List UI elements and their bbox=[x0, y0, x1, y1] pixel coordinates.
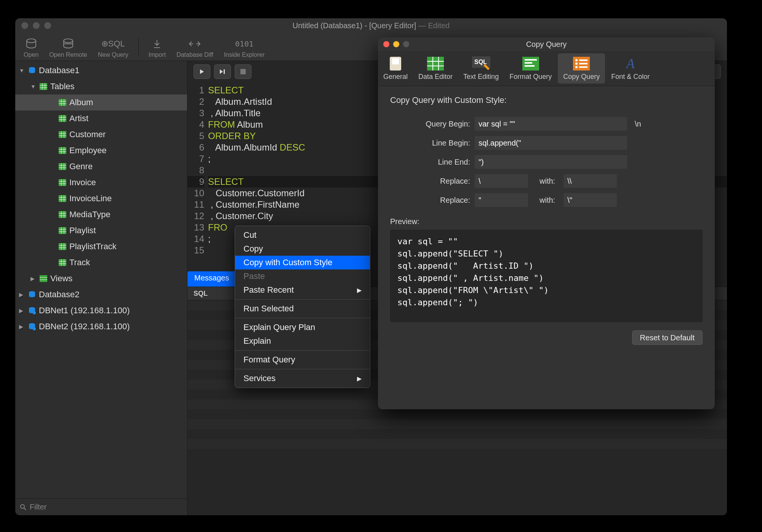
zoom-button[interactable] bbox=[44, 22, 51, 29]
label-line-begin: Line Begin: bbox=[390, 139, 470, 147]
ctx-explain-query-plan[interactable]: Explain Query Plan bbox=[235, 320, 370, 334]
tree-table-item[interactable]: Track bbox=[15, 255, 187, 271]
table-icon bbox=[58, 226, 67, 235]
minimize-button[interactable] bbox=[33, 22, 40, 29]
tree-table-item[interactable]: PlaylistTrack bbox=[15, 239, 187, 255]
tree-table-item[interactable]: InvoiceLine bbox=[15, 191, 187, 207]
label-replace-2: Replace: bbox=[390, 196, 470, 205]
prefs-tab-format-query[interactable]: Format Query bbox=[504, 51, 557, 86]
svg-point-92 bbox=[575, 62, 578, 65]
ctx-cut[interactable]: Cut bbox=[235, 228, 370, 242]
svg-rect-4 bbox=[40, 83, 47, 90]
tree-label: Employee bbox=[69, 146, 107, 155]
replace2-from-input[interactable] bbox=[475, 193, 528, 207]
tree-db-dbnet1[interactable]: ▶ DBNet1 (192.168.1.100) bbox=[15, 303, 187, 319]
table-icon bbox=[58, 162, 67, 171]
disclosure-triangle-icon[interactable]: ▶ bbox=[19, 324, 25, 330]
ctx-format-query[interactable]: Format Query bbox=[235, 353, 370, 367]
new-query-button[interactable]: ⊕SQL New Query bbox=[94, 35, 132, 60]
list-icon bbox=[572, 56, 591, 71]
run-button[interactable] bbox=[194, 64, 210, 79]
reset-to-default-button[interactable]: Reset to Default bbox=[632, 330, 703, 345]
close-button[interactable] bbox=[21, 22, 28, 29]
database-remote-icon bbox=[27, 322, 37, 331]
line-begin-input[interactable] bbox=[475, 136, 627, 150]
label-replace-1: Replace: bbox=[390, 177, 470, 186]
prefs-tab-general[interactable]: General bbox=[378, 51, 413, 86]
prefs-title: Copy Query bbox=[378, 40, 715, 49]
replace1-to-input[interactable] bbox=[563, 174, 617, 188]
run-step-button[interactable] bbox=[214, 64, 231, 79]
format-icon bbox=[522, 56, 540, 71]
svg-rect-54 bbox=[59, 243, 66, 250]
filter-box bbox=[15, 498, 187, 515]
font-icon: A bbox=[621, 56, 640, 71]
label-with-2: with: bbox=[539, 196, 555, 205]
svg-line-73 bbox=[24, 508, 26, 510]
ctx-run-selected[interactable]: Run Selected bbox=[235, 302, 370, 316]
table-icon bbox=[58, 194, 67, 203]
tree-table-item[interactable]: Customer bbox=[15, 127, 187, 143]
tree-table-item[interactable]: Employee bbox=[15, 143, 187, 159]
database-diff-button[interactable]: Database Diff bbox=[173, 35, 217, 60]
tree-label: DBNet1 (192.168.1.100) bbox=[39, 306, 130, 316]
tree-db-dbnet2[interactable]: ▶ DBNet2 (192.168.1.100) bbox=[15, 319, 187, 335]
disclosure-triangle-icon[interactable]: ▶ bbox=[19, 308, 25, 314]
window-title: Untitled (Database1) - [Query Editor] — … bbox=[15, 21, 727, 30]
ctx-copy-custom-style[interactable]: Copy with Custom Style bbox=[235, 256, 370, 269]
svg-point-71 bbox=[33, 327, 36, 330]
ctx-services[interactable]: Services▶ bbox=[235, 372, 370, 385]
tree-table-item[interactable]: Genre bbox=[15, 159, 187, 175]
svg-rect-19 bbox=[59, 131, 66, 138]
label-with-1: with: bbox=[539, 177, 555, 186]
disclosure-triangle-icon[interactable]: ▶ bbox=[30, 276, 37, 282]
prefs-tab-copy-query[interactable]: Copy Query bbox=[558, 53, 605, 83]
toolbar-separator bbox=[138, 38, 139, 57]
prefs-tab-text-editing[interactable]: SQL Text Editing bbox=[458, 51, 504, 86]
query-begin-suffix: \n bbox=[635, 120, 641, 128]
tree-label: DBNet2 (192.168.1.100) bbox=[39, 322, 130, 332]
tree-table-item[interactable]: Album bbox=[15, 95, 187, 111]
tree-label: Customer bbox=[69, 130, 106, 139]
tree-table-item[interactable]: Invoice bbox=[15, 175, 187, 191]
import-button[interactable]: Import bbox=[145, 35, 170, 60]
tables-icon bbox=[39, 82, 48, 91]
table-icon bbox=[58, 242, 67, 251]
messages-tab[interactable]: Messages bbox=[187, 271, 236, 287]
tree-table-item[interactable]: Playlist bbox=[15, 223, 187, 239]
search-icon bbox=[20, 504, 27, 511]
table-icon bbox=[58, 258, 67, 267]
tree-db-database1[interactable]: ▼ Database1 bbox=[15, 62, 187, 79]
ctx-explain[interactable]: Explain bbox=[235, 334, 370, 348]
line-end-input[interactable] bbox=[475, 155, 627, 169]
disclosure-triangle-icon[interactable]: ▼ bbox=[19, 67, 25, 74]
stop-button[interactable] bbox=[235, 64, 251, 79]
inside-explorer-button[interactable]: 0101 Inside Explorer bbox=[220, 35, 269, 60]
open-remote-button[interactable]: Open Remote bbox=[45, 35, 91, 60]
filter-input[interactable] bbox=[30, 503, 182, 511]
tree-table-item[interactable]: Artist bbox=[15, 111, 187, 127]
tree-label: Artist bbox=[69, 114, 88, 123]
prefs-tab-font-color[interactable]: A Font & Color bbox=[606, 51, 655, 86]
ctx-paste-recent[interactable]: Paste Recent▶ bbox=[235, 283, 370, 297]
ctx-copy[interactable]: Copy bbox=[235, 242, 370, 256]
tree-db-database2[interactable]: ▶ Database2 bbox=[15, 287, 187, 303]
database-tree[interactable]: ▼ Database1 ▼ Tables AlbumArtistCustomer… bbox=[15, 61, 187, 498]
tree-label: Tables bbox=[50, 82, 75, 91]
tree-table-item[interactable]: MediaType bbox=[15, 207, 187, 223]
replace1-from-input[interactable] bbox=[475, 174, 528, 188]
disclosure-triangle-icon[interactable]: ▶ bbox=[19, 292, 25, 298]
disclosure-triangle-icon[interactable]: ▼ bbox=[30, 83, 37, 90]
menu-separator bbox=[235, 318, 370, 318]
table-icon bbox=[426, 56, 445, 71]
tree-label: MediaType bbox=[69, 210, 110, 220]
open-button[interactable]: Open bbox=[20, 35, 42, 60]
replace2-to-input[interactable] bbox=[563, 193, 617, 207]
prefs-tab-data-editor[interactable]: Data Editor bbox=[413, 51, 458, 86]
sidebar: ▼ Database1 ▼ Tables AlbumArtistCustomer… bbox=[15, 61, 187, 515]
tree-views-folder[interactable]: ▶ Views bbox=[15, 271, 187, 287]
svg-rect-14 bbox=[59, 115, 66, 122]
tree-tables-folder[interactable]: ▼ Tables bbox=[15, 79, 187, 95]
table-icon bbox=[58, 98, 67, 107]
query-begin-input[interactable] bbox=[475, 117, 627, 131]
